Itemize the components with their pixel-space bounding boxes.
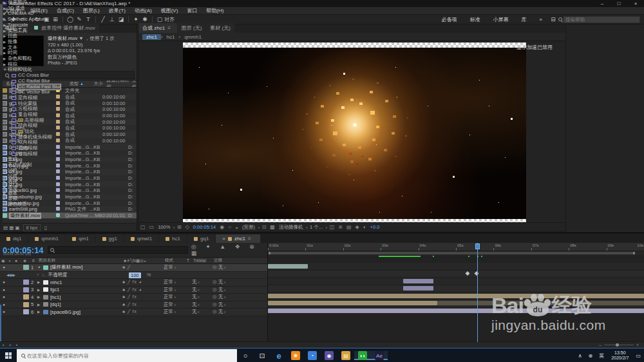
category-arrow-icon[interactable]: ▶ [3,168,8,174]
parent-dropdown-icon[interactable]: ∨ [223,288,226,292]
layer-name[interactable]: fgc1 [50,287,122,292]
effect-item[interactable]: 摄像机镜头模糊 [3,135,77,140]
layer-label-chip[interactable] [23,294,29,300]
primary-viewer-icon[interactable]: ▭ [149,224,155,230]
mask-visibility-icon[interactable]: ◇ [185,224,189,230]
layer-switches[interactable]: ♣ ╱ [122,265,164,270]
trkmat-select[interactable]: 无∨ [192,287,213,293]
cti-head[interactable] [475,243,480,249]
layer-row-5[interactable]: ●5▶[dq1]♣ ╱ fx正常∨无∨◎ 无∨ [0,301,267,309]
comp-tab-zhc1[interactable]: ×zhc1≡ [216,234,260,243]
parent-select[interactable]: ◎ 无∨ [213,294,267,300]
layer-track[interactable] [268,285,644,293]
category-arrow-icon[interactable]: ▶ [3,179,8,185]
parent-select[interactable]: ◎ 无∨ [213,287,267,293]
effect-item[interactable]: 钝化蒙版 [3,101,77,107]
layer-switches[interactable]: ♣ ╱ fx [122,294,164,300]
mode-dropdown-icon[interactable]: ∨ [174,265,176,269]
mode-dropdown-icon[interactable]: ∨ [174,303,176,307]
category-arrow-icon[interactable]: ▶ [3,202,8,207]
channel-icon[interactable]: ◒ [235,224,238,230]
layer-label-chip[interactable] [23,287,29,292]
comp-tab-qm1[interactable]: qm1 [66,234,95,243]
parent-select[interactable]: ◎ 无∨ [213,301,267,308]
trkmat-select[interactable]: 无∨ [192,309,213,315]
task-view-button[interactable]: ⊡ [254,352,270,360]
comp-tab-qmwl1[interactable]: qmwl1 [124,234,158,243]
camera-select[interactable]: 活动摄像机 [279,224,303,231]
pickwhip-icon[interactable]: ◎ [213,301,218,307]
view-layout-select[interactable]: 1 个... [310,224,323,231]
pickwhip-icon[interactable]: ◎ [213,309,218,314]
layer-track[interactable] [268,300,644,308]
comp-tab-hc1[interactable]: hc1 [159,234,187,243]
layer-track[interactable] [268,292,644,300]
expand-arrow-icon[interactable]: ▶ [37,280,43,284]
opacity-value[interactable]: 100 [129,272,141,278]
category-arrow-icon[interactable]: ▶ [3,39,8,45]
layer-duration-bar[interactable] [403,279,433,283]
next-keyframe-icon[interactable]: ▶ [12,273,15,277]
photo-viewer-button[interactable]: ❋ [287,351,304,360]
after-effects-button[interactable]: Ae [371,351,388,360]
layer-name[interactable]: mhc1 [50,280,122,285]
layer-name[interactable]: [dq1] [50,301,122,307]
visibility-eye-icon[interactable]: ● [0,265,8,269]
parent-select[interactable]: ◎ 无∨ [213,309,267,315]
layer-row-3[interactable]: ●3▶fgc1♣ ╱ fx ◕正常∨无∨◎ 无∨ [0,287,267,294]
parent-dropdown-icon[interactable]: ∨ [223,303,226,307]
layer-duration-bar[interactable] [268,301,437,305]
layer-duration-bar[interactable] [403,286,433,291]
trkmat-select[interactable]: 无∨ [192,301,213,308]
blend-mode-select[interactable]: 正常∨ [164,309,185,315]
effect-category[interactable]: ▶颜色校正 [3,202,77,207]
project-row[interactable]: 爆炸素材.movQuickTime... MB0:00:01:01D: [1,213,137,219]
category-arrow-icon[interactable]: ▶ [3,174,8,180]
blend-mode-select[interactable]: 正常∨ [164,301,185,308]
resolution-select[interactable]: (完整) [242,224,255,231]
timeline-column-headers[interactable]: ◉ ◐ ● ◈ # 图层名称 ♣☀╲fx▦◎◒ 模式 T TrkMat 父级 [0,257,267,264]
action-center-icon[interactable]: ▭ [636,353,641,359]
category-arrow-icon[interactable]: ▶ [3,62,8,68]
trkmat-dropdown-icon[interactable]: ∨ [198,280,200,284]
effect-item[interactable]: CC Vector Blur [3,90,77,95]
reset-exposure-icon[interactable]: ◐ [363,224,366,230]
blend-mode-select[interactable]: 正常∨ [164,279,185,285]
show-snapshot-icon[interactable]: ○ [228,224,231,230]
mode-dropdown-icon[interactable]: ∨ [174,280,176,284]
layer-label-chip[interactable] [23,309,29,314]
layer-track[interactable] [268,263,644,271]
transparency-grid-icon[interactable]: ▩ [270,224,275,230]
layer-track[interactable] [268,278,644,285]
trkmat-select[interactable]: 无∨ [192,279,213,285]
timeline-zoom-slider[interactable]: –+ [599,343,639,347]
effect-item[interactable]: 定向模糊 [3,95,77,101]
ime-indicator[interactable]: 英 [599,352,604,359]
expand-arrow-icon[interactable]: ▼ [37,265,43,269]
parent-select[interactable]: ◎ 无∨ [213,279,267,285]
layer-switches[interactable]: ♣ ╱ fx ◕ [122,287,164,292]
parent-dropdown-icon[interactable]: ∨ [223,280,226,284]
always-preview-icon[interactable]: ▢ [140,224,146,230]
layer-track[interactable] [268,271,644,278]
layer-name[interactable]: [爆炸素材.mov] [50,264,122,271]
category-arrow-icon[interactable]: ▶ [3,45,8,51]
file-explorer-button[interactable]: ▤ [337,351,354,360]
expand-arrow-icon[interactable]: ▶ [37,310,43,314]
comp-tab-gq1[interactable]: gq1 [187,234,215,243]
trkmat-select[interactable]: 无∨ [192,294,213,300]
layer-row-6[interactable]: ●6▶[spaceBG.jpg]♣ ╱ fx正常∨无∨◎ 无∨ [0,309,267,316]
taskbar-clock[interactable]: 13:50 2020/2/7 [611,350,629,361]
category-arrow-icon[interactable]: ▶ [3,17,8,23]
category-arrow-icon[interactable]: ▶ [3,56,8,62]
category-arrow-icon[interactable]: ▶ [3,185,8,191]
category-arrow-icon[interactable]: ▶ [3,11,8,17]
layer-switches[interactable]: ♣ ╱ fx [122,302,164,307]
exposure-value[interactable]: +0.0 [370,224,380,230]
layer-duration-bar[interactable] [268,294,644,298]
layer-row-4[interactable]: ●4▶[hc1]♣ ╱ fx正常∨无∨◎ 无∨ [0,294,267,301]
visibility-eye-icon[interactable]: ● [0,280,8,284]
effects-scrollbar[interactable] [0,0,3,208]
layer-row-1[interactable]: ●1▼[爆炸素材.mov]♣ ╱正常∨◎ 无∨ [0,264,267,272]
magnification-select[interactable]: 100% [158,224,170,230]
